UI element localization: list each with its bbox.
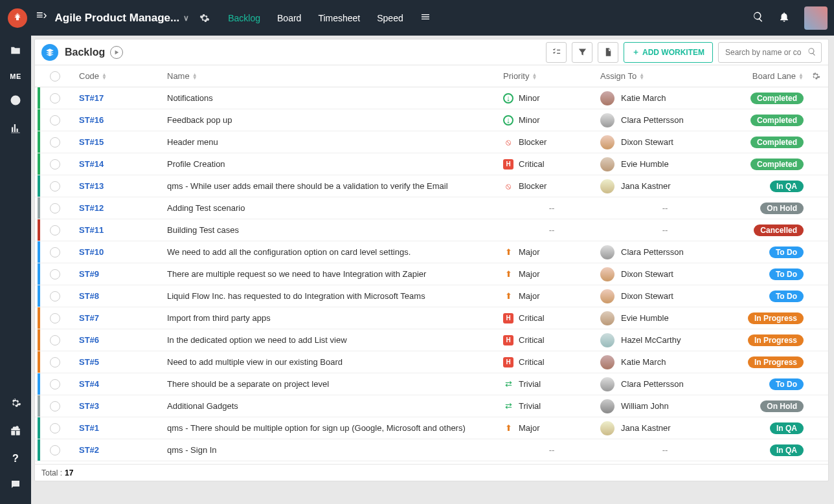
- workitem-name: We need to add all the configuration opt…: [167, 247, 503, 257]
- table-row[interactable]: ST#2qms - Sign In----In QA: [35, 439, 828, 461]
- workitem-name: Need to add multiple view in our existin…: [167, 357, 503, 367]
- table-row[interactable]: ST#6In the dedicated option we need to a…: [35, 329, 828, 351]
- workitem-code[interactable]: ST#5: [79, 357, 99, 367]
- workitem-code[interactable]: ST#7: [79, 313, 99, 323]
- row-checkbox[interactable]: [50, 159, 60, 170]
- workitem-code[interactable]: ST#16: [79, 115, 104, 125]
- table-row[interactable]: ST#5Need to add multiple view in our exi…: [35, 351, 828, 373]
- row-checkbox[interactable]: [50, 225, 60, 236]
- table-row[interactable]: ST#7Import from third party appsHCritica…: [35, 307, 828, 329]
- workitem-code[interactable]: ST#6: [79, 335, 99, 345]
- bell-icon[interactable]: [778, 11, 790, 25]
- settings-icon[interactable]: [10, 397, 21, 411]
- row-checkbox[interactable]: [50, 445, 60, 455]
- workitem-name: There are multiple request so we need to…: [167, 269, 503, 279]
- app-logo[interactable]: [8, 8, 27, 28]
- workitem-code[interactable]: ST#11: [79, 225, 104, 235]
- assignee-avatar: [600, 267, 614, 281]
- feedback-icon[interactable]: [10, 479, 21, 492]
- tab-board[interactable]: Board: [277, 1, 301, 35]
- col-code[interactable]: Code▲▼: [70, 71, 167, 81]
- table-row[interactable]: ST#16Feedback pop up↓MinorClara Petterss…: [35, 109, 828, 131]
- tab-speed[interactable]: Speed: [377, 1, 403, 35]
- row-checkbox[interactable]: [50, 357, 60, 367]
- workitem-code[interactable]: ST#13: [79, 181, 104, 191]
- checklist-icon[interactable]: [546, 42, 567, 63]
- workitem-code[interactable]: ST#2: [79, 445, 99, 455]
- panel-title: Backlog: [65, 47, 105, 58]
- row-checkbox[interactable]: [50, 115, 60, 126]
- table-row[interactable]: ST#13qms - While user adds email there s…: [35, 175, 828, 197]
- lane-pill: On Hold: [760, 400, 804, 412]
- priority-label: Critical: [519, 159, 545, 169]
- table-row[interactable]: ST#8Liquid Flow Inc. has requested to do…: [35, 285, 828, 307]
- col-lane[interactable]: Board Lane▲▼: [730, 71, 807, 81]
- search-icon[interactable]: [752, 11, 764, 25]
- row-checkbox[interactable]: [50, 313, 60, 323]
- table-row[interactable]: ST#1qms - There should be multiple optio…: [35, 417, 828, 439]
- gift-icon[interactable]: [10, 425, 21, 439]
- row-checkbox[interactable]: [50, 335, 60, 345]
- select-all-checkbox[interactable]: [50, 71, 60, 82]
- table-row[interactable]: ST#3Additional Gadgets⇄TrivialWilliam Jo…: [35, 395, 828, 417]
- row-checkbox[interactable]: [50, 269, 60, 279]
- gear-icon[interactable]: [199, 13, 210, 23]
- row-checkbox[interactable]: [50, 423, 60, 433]
- workitem-code[interactable]: ST#1: [79, 423, 99, 433]
- row-checkbox[interactable]: [50, 379, 60, 389]
- workitem-code[interactable]: ST#14: [79, 159, 104, 169]
- workitem-code[interactable]: ST#9: [79, 269, 99, 279]
- workitem-code[interactable]: ST#15: [79, 137, 104, 147]
- workitem-code[interactable]: ST#12: [79, 203, 104, 213]
- workitem-code[interactable]: ST#4: [79, 379, 99, 389]
- add-workitem-button[interactable]: ＋ADD WORKITEM: [624, 42, 713, 63]
- workitem-code[interactable]: ST#10: [79, 247, 104, 257]
- sort-icon: ▲▼: [192, 73, 197, 80]
- table-row[interactable]: ST#10We need to add all the configuratio…: [35, 241, 828, 263]
- search-icon: [807, 47, 817, 56]
- table-row[interactable]: ST#4There should be a separate on projec…: [35, 373, 828, 395]
- row-checkbox[interactable]: [50, 93, 60, 104]
- col-assign[interactable]: Assign To▲▼: [600, 71, 730, 81]
- app-menu-icon[interactable]: [420, 12, 431, 24]
- table-row[interactable]: ST#17Notifications↓MinorKatie MarchCompl…: [35, 87, 828, 109]
- collapse-icon[interactable]: ≡›: [36, 8, 47, 27]
- table-row[interactable]: ST#14Profile CreationHCriticalEvie Humbl…: [35, 153, 828, 175]
- row-checkbox[interactable]: [50, 401, 60, 411]
- table-row[interactable]: ST#12Adding Test scenario----On Hold: [35, 197, 828, 219]
- priority-empty: --: [503, 445, 600, 455]
- play-icon[interactable]: [110, 46, 123, 59]
- sort-icon: ▲▼: [639, 73, 644, 80]
- row-checkbox[interactable]: [50, 203, 60, 214]
- priority-icon: ⇄: [503, 379, 513, 389]
- assignee-avatar: [600, 289, 614, 303]
- col-name[interactable]: Name▲▼: [167, 71, 503, 81]
- project-title[interactable]: Agile Product Manage... ∨: [55, 12, 210, 25]
- column-settings-icon[interactable]: [807, 71, 823, 81]
- col-priority[interactable]: Priority▲▼: [503, 71, 600, 81]
- priority-label: Blocker: [519, 181, 547, 191]
- table-row[interactable]: ST#15Header menu⦸BlockerDixon StewartCom…: [35, 131, 828, 153]
- search-input[interactable]: [718, 42, 822, 63]
- table-row[interactable]: ST#9There are multiple request so we nee…: [35, 263, 828, 285]
- main-tabs: BacklogBoardTimesheetSpeed: [228, 1, 403, 35]
- row-checkbox[interactable]: [50, 137, 60, 148]
- workitem-code[interactable]: ST#8: [79, 291, 99, 301]
- row-checkbox[interactable]: [50, 247, 60, 257]
- tab-timesheet[interactable]: Timesheet: [318, 1, 360, 35]
- row-checkbox[interactable]: [50, 291, 60, 301]
- workitem-code[interactable]: ST#17: [79, 93, 104, 103]
- assignee-avatar: [600, 311, 614, 325]
- filter-icon[interactable]: [572, 42, 592, 63]
- row-checkbox[interactable]: [50, 181, 60, 192]
- folder-icon[interactable]: [10, 45, 21, 58]
- chart-icon[interactable]: [10, 122, 21, 136]
- workitem-code[interactable]: ST#3: [79, 401, 99, 411]
- clock-icon[interactable]: [10, 94, 21, 108]
- user-avatar[interactable]: [804, 6, 828, 30]
- tab-backlog[interactable]: Backlog: [228, 1, 260, 35]
- help-icon[interactable]: ?: [12, 453, 19, 465]
- me-button[interactable]: ME: [10, 72, 21, 80]
- table-row[interactable]: ST#11Building Test cases----Cancelled: [35, 219, 828, 241]
- export-icon[interactable]: [598, 42, 618, 63]
